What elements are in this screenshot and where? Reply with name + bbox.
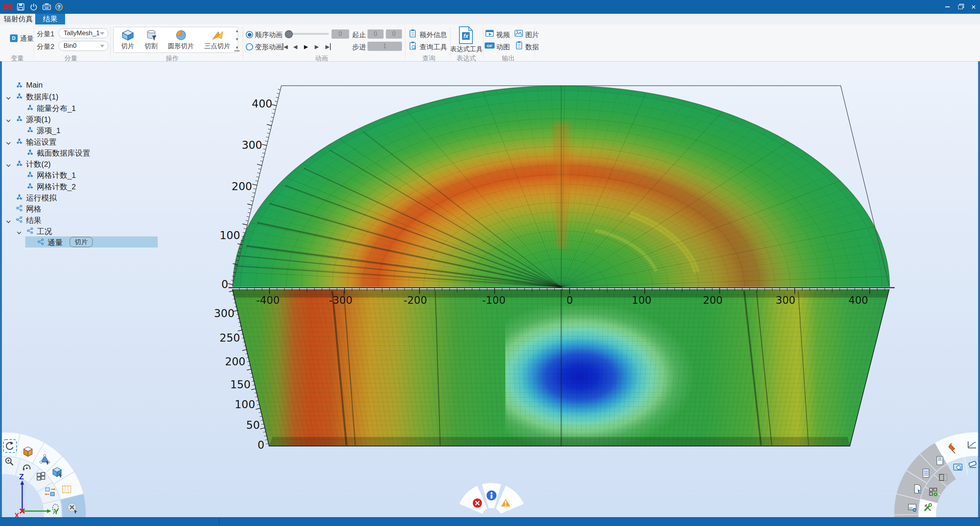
chevron-down-icon[interactable] <box>6 140 11 147</box>
tree-item[interactable]: 网格 <box>0 203 168 214</box>
tree-item[interactable]: 数据库(1) <box>0 91 168 102</box>
gif-output-button[interactable]: 动图 <box>496 42 510 52</box>
chevron-down-icon[interactable] <box>6 218 11 225</box>
step-back-button[interactable]: ◀ <box>293 43 297 50</box>
tab-radiation-simulation[interactable]: 辐射仿真 <box>3 14 34 24</box>
tree-item[interactable]: 通量切片 <box>0 236 168 248</box>
circular-slice-button[interactable]: 圆形切片 <box>168 29 194 50</box>
y-axis-tick-label: 200 <box>232 180 252 193</box>
skip-to-end-button[interactable]: ▶ <box>325 43 331 50</box>
tree-item-label[interactable]: 网格计数_2 <box>37 182 76 192</box>
variable-type-icon: D <box>10 34 18 42</box>
tree-item-label[interactable]: 结果 <box>26 215 41 226</box>
info-icon[interactable] <box>487 490 497 500</box>
tree-item-label[interactable]: 计数(2) <box>26 159 51 169</box>
tree-item-label[interactable]: 能量分布_1 <box>37 103 76 114</box>
x-axis-tick-label: 200 <box>703 294 723 306</box>
tree-item[interactable]: 结果 <box>0 214 168 225</box>
minimize-icon[interactable] <box>941 0 954 14</box>
tree-item[interactable]: 网格计数_2 <box>0 181 168 192</box>
video-output-button[interactable]: 视频 <box>496 30 510 39</box>
frame-field: 0 <box>332 29 349 39</box>
query-tool-button[interactable]: 查询工具 <box>420 42 447 52</box>
variable-flux-label[interactable]: 通量 <box>20 34 34 43</box>
tree-item-label[interactable]: 源项_1 <box>37 125 60 136</box>
tree-item[interactable]: 网格计数_1 <box>0 169 168 180</box>
three-point-slice-icon <box>211 29 224 41</box>
scroll-down-icon[interactable]: ▼ <box>234 37 240 42</box>
tree-item[interactable]: 源项_1 <box>0 124 168 135</box>
tree-item-label[interactable]: 数据库(1) <box>26 92 58 102</box>
tree-item-label[interactable]: 运行模拟 <box>26 193 57 203</box>
tree-item-label[interactable]: 源项(1) <box>26 114 51 125</box>
tree-item[interactable]: 工况 <box>0 225 168 236</box>
tree-item[interactable]: 能量分布_1 <box>0 102 168 113</box>
slice-button[interactable]: 切片 <box>121 29 134 50</box>
morph-animation-label[interactable]: 变形动画 <box>255 42 283 52</box>
result-front-face[interactable] <box>232 289 889 446</box>
sequence-animation-radio[interactable] <box>246 31 253 38</box>
sequence-animation-label[interactable]: 顺序动画 <box>255 30 283 39</box>
cut-icon <box>145 29 158 41</box>
tree-item-label[interactable]: 工况 <box>37 226 52 237</box>
model-icon <box>27 182 34 191</box>
tree-item[interactable]: 计数(2) <box>0 158 168 169</box>
view-nav-right <box>888 425 980 521</box>
y-axis-tick-label: 0 <box>258 439 265 451</box>
chevron-down-icon[interactable] <box>6 117 11 124</box>
extra-info-button[interactable]: 额外信息 <box>420 30 447 39</box>
tree-item[interactable]: 源项(1) <box>0 113 168 124</box>
restore-icon[interactable] <box>954 0 967 14</box>
iso-view-icon[interactable] <box>24 447 32 456</box>
tree-item[interactable]: Main <box>0 80 168 91</box>
scroll-up-icon[interactable]: ▲ <box>234 29 240 34</box>
animation-slider-handle[interactable] <box>285 30 293 38</box>
model-icon <box>16 93 23 101</box>
image-output-button[interactable]: 图片 <box>525 30 539 39</box>
status-bar-separator <box>219 518 219 526</box>
chevron-down-icon[interactable] <box>17 229 21 236</box>
model-icon <box>16 194 23 202</box>
save-icon[interactable] <box>16 3 25 11</box>
skip-to-start-button[interactable]: ◀ <box>283 43 288 50</box>
annotate-doc-icon[interactable] <box>915 485 921 493</box>
power-icon[interactable] <box>29 3 38 11</box>
chevron-down-icon[interactable] <box>6 94 11 101</box>
screenshot-icon[interactable] <box>42 3 51 11</box>
tree-item[interactable]: 运行模拟 <box>0 192 168 203</box>
close-icon[interactable]: × <box>967 0 980 14</box>
tree-item[interactable]: 截面数据库设置 <box>0 147 168 158</box>
window-right-border <box>978 61 980 517</box>
data-output-button[interactable]: 数据 <box>525 42 539 52</box>
select-mesh-icon[interactable] <box>62 486 71 493</box>
tree-item-label[interactable]: 截面数据库设置 <box>37 148 90 158</box>
scroll-bottom-icon[interactable]: ▼ <box>234 46 240 51</box>
step-forward-button[interactable]: ▶ <box>315 43 319 50</box>
title-bar: ? × <box>0 0 980 14</box>
extra-info-icon <box>409 29 416 40</box>
chevron-down-icon[interactable] <box>6 162 11 169</box>
cut-button[interactable]: 切割 <box>145 29 158 50</box>
y-axis-tick-label: 100 <box>235 398 255 411</box>
tab-results[interactable]: 结果 <box>35 14 65 24</box>
model-icon <box>16 81 23 90</box>
help-icon[interactable]: ? <box>54 3 64 11</box>
component2-dropdown[interactable]: Bin0 <box>59 41 108 51</box>
tree-item[interactable]: 输运设置 <box>0 136 168 147</box>
three-point-slice-button[interactable]: 三点切片 <box>204 29 230 50</box>
slice-badge[interactable]: 切片 <box>70 237 93 247</box>
share-icon <box>16 216 23 225</box>
tree-item-label[interactable]: Main <box>26 81 42 90</box>
tree-item-label[interactable]: 输运设置 <box>26 137 57 147</box>
play-button[interactable]: ▶ <box>304 43 308 50</box>
mesh-doc-icon[interactable] <box>923 469 929 477</box>
result-dome-surface[interactable] <box>233 86 890 287</box>
tree-item-label[interactable]: 网格计数_1 <box>37 170 76 181</box>
expression-tool-button[interactable]: 表达式工具 <box>450 45 483 54</box>
error-icon[interactable] <box>473 498 482 508</box>
morph-animation-radio[interactable] <box>246 43 253 50</box>
component1-dropdown[interactable]: TallyMesh_1 <box>59 28 108 38</box>
tree-item-label[interactable]: 网格 <box>26 204 41 214</box>
tree-item-label[interactable]: 通量 <box>47 238 63 248</box>
table-doc-icon[interactable] <box>937 456 943 465</box>
